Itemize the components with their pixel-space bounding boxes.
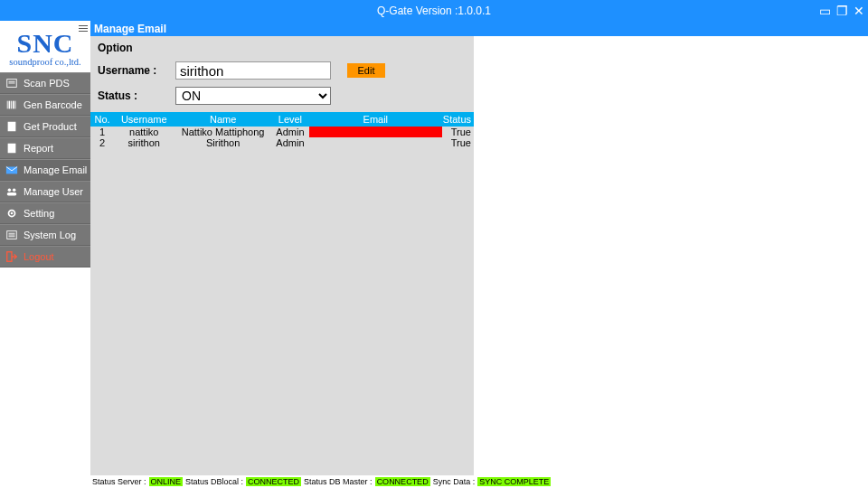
sidebar-item-label: Setting <box>24 208 54 219</box>
sidebar-item-system-log[interactable]: System Log <box>0 224 90 246</box>
svg-rect-13 <box>7 192 17 196</box>
sidebar-item-label: Logout <box>24 251 54 262</box>
col-no: No. <box>90 112 114 127</box>
page-title: Manage Email <box>94 23 166 35</box>
titlebar: Q-Gate Version :1.0.0.1 ▭ ❐ ✕ <box>0 0 868 21</box>
col-level: Level <box>272 112 308 127</box>
svg-point-11 <box>8 189 12 192</box>
sidebar-item-label: Gen Barcode <box>24 99 82 110</box>
nav: Scan PDS Gen Barcode Get Product Report … <box>0 72 90 267</box>
username-label: Username : <box>98 64 175 77</box>
cell-status: True <box>443 137 474 148</box>
mail-icon <box>5 164 18 176</box>
svg-rect-3 <box>7 101 8 109</box>
svg-rect-4 <box>9 101 11 109</box>
status-dbmaster-value: CONNECTED <box>375 477 430 486</box>
svg-rect-7 <box>15 101 16 109</box>
page-header: Manage Email <box>90 21 868 36</box>
window-controls: ▭ ❐ ✕ <box>819 0 864 21</box>
clipboard-icon <box>5 120 18 133</box>
cell-level: Admin <box>272 127 308 137</box>
cell-username: nattiko <box>114 127 174 137</box>
sidebar-item-gen-barcode[interactable]: Gen Barcode <box>0 94 90 116</box>
log-icon <box>5 229 18 241</box>
sidebar-item-report[interactable]: Report <box>0 137 90 159</box>
close-icon[interactable]: ✕ <box>854 4 864 18</box>
col-name: Name <box>174 112 271 127</box>
gear-icon <box>5 207 18 220</box>
status-sync-label: Sync Data : <box>433 477 476 486</box>
user-table: No. Username Name Level Email Status 1na… <box>90 112 474 488</box>
table-row[interactable]: 1nattikoNattiko MattiphongAdminTrue <box>90 127 474 137</box>
menu-toggle-icon[interactable] <box>76 21 90 36</box>
status-sync-value: SYNC COMPLETE <box>477 477 551 486</box>
brand-sub: soundproof co.,ltd. <box>0 57 90 67</box>
sidebar: SNC soundproof co.,ltd. Scan PDS Gen Bar… <box>0 21 90 488</box>
sidebar-item-label: Scan PDS <box>24 78 70 89</box>
main-panel: Option Username : Edit Status : ON <box>90 36 474 488</box>
svg-rect-6 <box>13 101 14 109</box>
sidebar-item-label: Get Product <box>24 121 77 132</box>
edit-button[interactable]: Edit <box>347 63 385 78</box>
report-icon <box>5 142 18 155</box>
status-select[interactable]: ON <box>175 87 331 105</box>
status-dblocal-value: CONNECTED <box>246 477 301 486</box>
cell-level: Admin <box>272 137 308 148</box>
blank-area <box>474 36 868 488</box>
minimize-icon[interactable]: ▭ <box>819 4 831 18</box>
status-label: Status : <box>98 89 175 102</box>
sidebar-item-label: Report <box>24 143 53 154</box>
barcode-icon <box>5 99 18 111</box>
app-title: Q-Gate Version :1.0.0.1 <box>377 5 491 17</box>
option-label: Option <box>98 42 468 54</box>
status-dblocal-label: Status DBlocal : <box>185 477 243 486</box>
sidebar-item-label: System Log <box>24 230 76 240</box>
cell-username: sirithon <box>114 137 174 148</box>
logout-icon <box>5 250 18 263</box>
svg-rect-5 <box>11 101 12 109</box>
cell-name: Nattiko Mattiphong <box>174 127 271 137</box>
cell-email <box>308 137 443 148</box>
sidebar-item-manage-email[interactable]: Manage Email <box>0 159 90 181</box>
sidebar-item-setting[interactable]: Setting <box>0 202 90 224</box>
redacted-email <box>309 127 442 137</box>
content: Manage Email Option Username : Edit Stat… <box>90 21 868 488</box>
svg-rect-8 <box>8 122 16 132</box>
cell-name: Sirithon <box>174 137 271 148</box>
table-header-row: No. Username Name Level Email Status <box>90 112 474 127</box>
cell-no: 2 <box>90 137 114 148</box>
table-row[interactable]: 2sirithonSirithonAdminTrue <box>90 137 474 148</box>
status-server-value: ONLINE <box>149 477 184 486</box>
cell-status: True <box>443 127 474 137</box>
col-status: Status <box>443 112 474 127</box>
svg-rect-20 <box>7 252 12 262</box>
sidebar-item-label: Manage User <box>24 186 83 197</box>
sidebar-item-logout[interactable]: Logout <box>0 246 90 267</box>
sidebar-item-label: Manage Email <box>24 164 87 175</box>
svg-point-15 <box>11 212 14 215</box>
status-dbmaster-label: Status DB Master : <box>304 477 373 486</box>
status-server-label: Status Server : <box>92 477 146 486</box>
statusbar: Status Server : ONLINE Status DBlocal : … <box>90 475 868 488</box>
cell-no: 1 <box>90 127 114 137</box>
col-username: Username <box>114 112 174 127</box>
col-email: Email <box>308 112 443 127</box>
svg-rect-9 <box>8 144 16 154</box>
sidebar-item-get-product[interactable]: Get Product <box>0 116 90 137</box>
svg-point-12 <box>13 189 16 192</box>
sidebar-item-scan-pds[interactable]: Scan PDS <box>0 72 90 94</box>
scan-icon <box>5 77 18 89</box>
users-icon <box>5 185 18 198</box>
username-input[interactable] <box>175 61 331 80</box>
cell-email <box>308 127 443 137</box>
sidebar-item-manage-user[interactable]: Manage User <box>0 181 90 202</box>
maximize-icon[interactable]: ❐ <box>836 4 848 18</box>
